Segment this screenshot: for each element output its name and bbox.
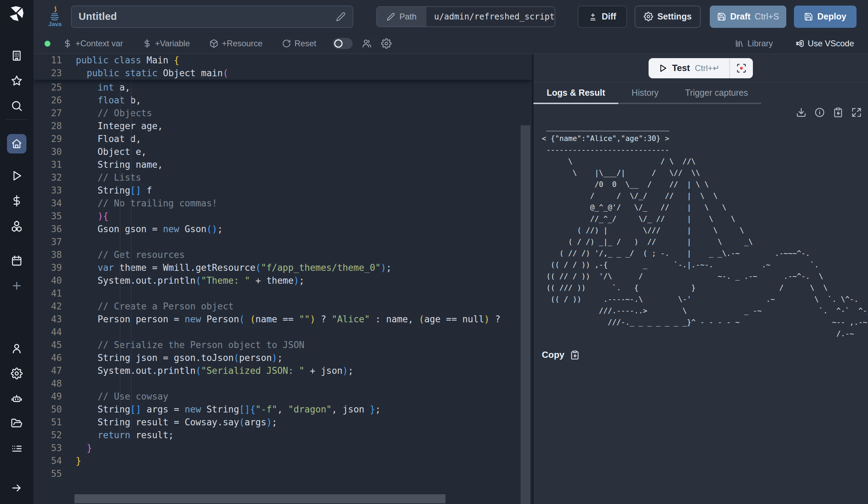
maximize-icon[interactable] (851, 107, 862, 118)
clipboard-copy-icon[interactable] (833, 107, 843, 118)
code-line[interactable]: 42 // Create a Person object (33, 300, 532, 313)
code-lines[interactable]: 25 int a,26 float b,27 // Objects28 Inte… (33, 81, 532, 480)
line-number: 52 (33, 429, 62, 442)
code-line[interactable]: 40 System.out.println("Theme: " + theme)… (33, 274, 532, 287)
windmill-logo[interactable] (7, 3, 27, 23)
test-button[interactable]: Test Ctrl+↵ (649, 58, 730, 78)
path-value[interactable]: u/admin/refreshed_script (426, 7, 555, 26)
dollar-icon (143, 39, 152, 48)
script-title[interactable]: Untitled (79, 11, 336, 22)
info-icon[interactable] (814, 107, 825, 118)
code-line[interactable]: 36 Gson gson = new Gson(); (33, 223, 532, 236)
code-line[interactable]: 37 (33, 236, 532, 249)
sidebar-item-variables[interactable] (10, 194, 24, 208)
add-resource-button[interactable]: +Resource (209, 39, 263, 48)
code-line[interactable]: 27 // Objects (33, 107, 532, 120)
code-line[interactable]: 50 String[] args = new String[]{"-f", "d… (33, 403, 532, 416)
code-line[interactable]: 45 // Serialize the Person object to JSO… (33, 339, 532, 352)
code-line[interactable]: 29 Float d, (33, 133, 532, 145)
sidebar-item-workers[interactable] (10, 392, 24, 405)
sidebar-item-folders[interactable] (10, 417, 24, 431)
diff-mode-toggle[interactable] (333, 38, 353, 49)
sidebar-item-home[interactable] (7, 134, 26, 153)
deploy-button[interactable]: Deploy (794, 6, 857, 28)
code-line[interactable]: 48 (33, 377, 532, 390)
sidebar-item-schedules[interactable] (10, 254, 24, 268)
code-line[interactable]: 26 float b, (33, 94, 532, 107)
sidebar-item-workspace[interactable] (10, 49, 24, 63)
diff-button[interactable]: Diff (578, 6, 627, 28)
copy-result-button[interactable]: Copy (542, 349, 868, 360)
code-line[interactable]: 51 String result = Cowsay.say(args); (33, 416, 532, 429)
code-line[interactable]: 43 Person person = new Person( (name == … (33, 313, 532, 326)
line-number: 46 (33, 352, 62, 364)
sticky-scope-header[interactable]: 11public class Main {23 public static Ob… (33, 54, 532, 80)
horizontal-scrollbar[interactable] (74, 494, 445, 503)
code-line[interactable]: 11public class Main { (33, 54, 532, 67)
code-line[interactable]: 49 // Use cowsay (33, 390, 532, 403)
code-line[interactable]: 38 // Get resources (33, 249, 532, 261)
code-line[interactable]: 39 var theme = Wmill.getResource("f/app_… (33, 261, 532, 274)
script-title-input[interactable]: Untitled (71, 6, 353, 28)
code-line[interactable]: 33 String[] f (33, 184, 532, 197)
code-line[interactable]: 46 String json = gson.toJson(person); (33, 352, 532, 364)
code-editor[interactable]: 11public class Main {23 public static Ob… (33, 54, 532, 504)
line-number: 47 (33, 364, 62, 377)
code-line[interactable]: 31 String name, (33, 158, 532, 171)
code-line[interactable]: 23 public static Object main( (33, 67, 532, 80)
users-icon[interactable] (362, 38, 372, 49)
tab-logs-result[interactable]: Logs & Result (533, 82, 618, 104)
reset-button[interactable]: Reset (282, 39, 316, 48)
add-context-var-button[interactable]: +Context var (63, 39, 123, 48)
use-vscode-button[interactable]: Use VScode (795, 39, 854, 48)
path-edit-button[interactable]: Path (377, 7, 426, 26)
test-shortcut: Ctrl+↵ (695, 63, 720, 73)
sidebar-item-audit-logs[interactable] (10, 442, 24, 456)
code-line[interactable]: 53 } (33, 442, 532, 455)
code-line[interactable]: 55 (33, 467, 532, 480)
code-line[interactable]: 35 ){ (33, 210, 532, 223)
sidebar-item-add[interactable] (10, 279, 24, 293)
sidebar-item-settings[interactable] (10, 367, 24, 380)
path-control[interactable]: Path u/admin/refreshed_script (376, 6, 555, 27)
code-line[interactable]: 41 (33, 287, 532, 300)
code-line[interactable]: 30 Object e, (33, 145, 532, 158)
vertical-scrollbar[interactable] (521, 125, 530, 504)
tab-trigger-captures[interactable]: Trigger captures (672, 82, 761, 104)
topbar: Java Untitled Path u/admin/refreshed_scr… (33, 0, 868, 33)
code-line[interactable]: 52 return result; (33, 429, 532, 442)
gear-icon[interactable] (381, 38, 392, 49)
sidebar (0, 0, 33, 504)
code-line[interactable]: 32 // Lists (33, 171, 532, 184)
settings-button[interactable]: Settings (635, 6, 701, 28)
dollar-icon (63, 39, 72, 48)
search-icon[interactable] (10, 99, 24, 113)
code-line[interactable]: 47 System.out.println("Serialized JSON: … (33, 364, 532, 377)
code-line[interactable]: 34 // No trailing commas! (33, 197, 532, 210)
sidebar-collapse-arrow-icon[interactable] (10, 481, 24, 495)
line-number: 33 (33, 184, 62, 197)
draft-button[interactable]: Draft Ctrl+S (710, 6, 786, 28)
line-number: 45 (33, 339, 62, 352)
code-line[interactable]: 54} (33, 455, 532, 467)
panel-tabs: Logs & ResultHistoryTrigger captures (533, 82, 868, 104)
capture-button[interactable] (730, 58, 753, 78)
tab-history[interactable]: History (618, 82, 672, 104)
line-number: 40 (33, 274, 62, 287)
code-line[interactable]: 44 (33, 326, 532, 339)
sidebar-item-account[interactable] (10, 341, 24, 355)
add-variable-button[interactable]: +Variable (143, 39, 190, 48)
line-number: 55 (33, 467, 62, 480)
status-dot (45, 41, 50, 47)
code-line[interactable]: 28 Integer age, (33, 120, 532, 133)
edit-title-pencil-icon[interactable] (336, 12, 346, 22)
line-number: 44 (33, 326, 62, 339)
clipboard-copy-icon (570, 350, 580, 360)
sidebar-item-resources[interactable] (10, 219, 24, 233)
code-line[interactable]: 25 int a, (33, 81, 532, 94)
sidebar-item-favorites[interactable] (10, 74, 24, 88)
library-button[interactable]: Library (735, 39, 773, 48)
line-number: 38 (33, 249, 62, 261)
sidebar-item-runs[interactable] (10, 169, 24, 183)
download-icon[interactable] (796, 107, 806, 118)
